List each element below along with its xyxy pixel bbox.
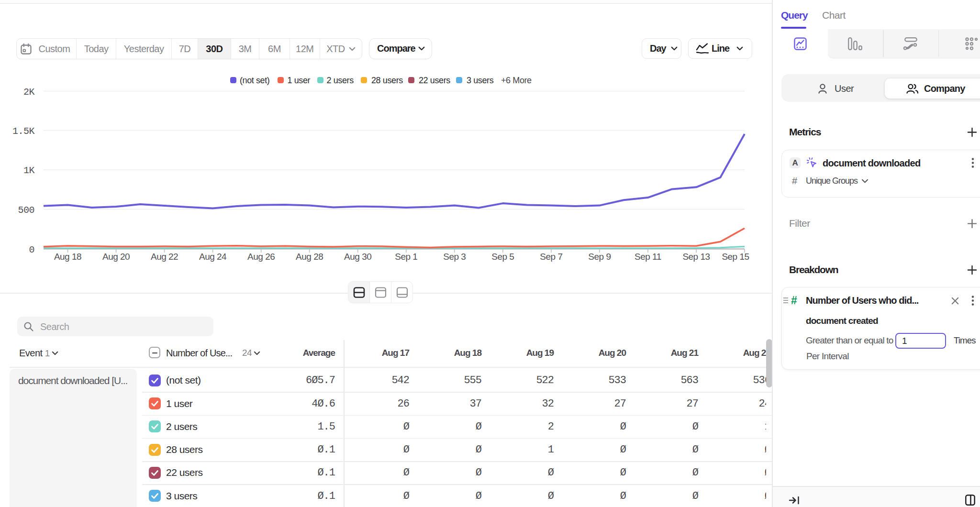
svg-text:Sep 3: Sep 3 [443,252,466,262]
svg-text:Aug 18: Aug 18 [54,252,81,262]
svg-text:Sep 11: Sep 11 [635,252,661,262]
svg-text:0: 0 [29,244,34,255]
svg-text:Sep 15: Sep 15 [722,252,749,262]
svg-text:Sep 7: Sep 7 [540,252,562,262]
svg-text:Sep 1: Sep 1 [395,252,417,262]
svg-text:500: 500 [18,205,34,216]
svg-text:Aug 30: Aug 30 [344,252,371,262]
svg-text:Aug 24: Aug 24 [199,252,227,262]
svg-text:Sep 5: Sep 5 [491,252,514,262]
svg-text:2K: 2K [23,87,35,98]
svg-text:Aug 20: Aug 20 [102,252,130,262]
svg-text:Aug 22: Aug 22 [151,252,178,262]
svg-text:Sep 13: Sep 13 [682,252,710,262]
svg-text:1K: 1K [23,165,35,176]
svg-text:1.5K: 1.5K [12,126,35,137]
svg-text:Aug 28: Aug 28 [296,252,323,262]
svg-text:Aug 26: Aug 26 [247,252,275,262]
svg-text:Sep 9: Sep 9 [588,252,611,262]
